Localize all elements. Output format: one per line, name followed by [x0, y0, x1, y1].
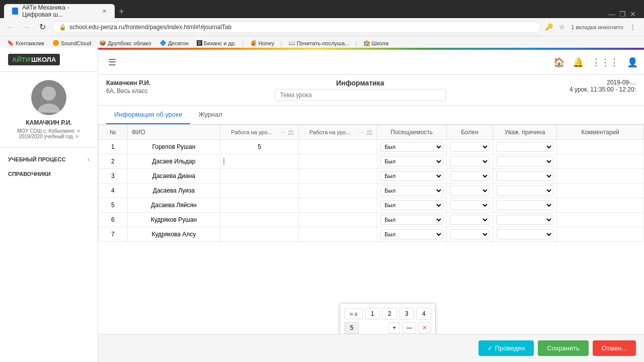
grade-add-button[interactable]: + — [388, 322, 400, 333]
cell-reason-3[interactable]: Да — [493, 184, 557, 198]
sick-select-3[interactable]: Да — [450, 186, 490, 196]
cell-sick-3[interactable]: Да — [446, 184, 493, 198]
grid-icon[interactable]: ⋮⋮⋮ — [592, 57, 619, 68]
grade1-input-5[interactable] — [223, 216, 295, 223]
cell-attend-2[interactable]: Был Не был Опоздал — [377, 169, 446, 184]
grade1-input-1[interactable] — [223, 158, 295, 165]
grade-1-button[interactable]: 1 — [365, 308, 380, 320]
new-tab-button[interactable]: + — [115, 5, 128, 18]
sidebar-section-reference[interactable]: СПРАВОЧНИКИ — [0, 167, 98, 181]
comment-input-3[interactable] — [560, 187, 640, 194]
cell-comment-4[interactable] — [556, 198, 643, 213]
cell-sick-6[interactable]: Да — [446, 227, 493, 242]
cell-sick-1[interactable]: Да — [446, 154, 493, 169]
grade2-input-2[interactable] — [302, 172, 374, 179]
cell-sick-5[interactable]: Да — [446, 213, 493, 227]
grade-3-button[interactable]: 3 — [399, 308, 414, 320]
active-tab[interactable]: АйТи Механика - Цифровая ш... ✕ — [4, 4, 115, 18]
grade1-input-0[interactable] — [223, 143, 295, 150]
reason-select-1[interactable]: Да — [496, 156, 553, 166]
cell-attend-6[interactable]: Был Не был Опоздал — [377, 227, 446, 242]
refresh-button[interactable]: ↻ — [36, 22, 48, 32]
hamburger-menu-button[interactable]: ☰ — [104, 53, 120, 72]
close-button[interactable]: ✕ — [630, 10, 636, 18]
attend-select-0[interactable]: Был Не был Опоздал — [380, 142, 443, 152]
grade2-input-4[interactable] — [302, 202, 374, 209]
bookmark-desigon[interactable]: 🔷 Десигон — [156, 39, 192, 47]
cell-grade1-1[interactable] — [220, 154, 299, 169]
attend-select-1[interactable]: Был Не был Опоздал — [380, 156, 443, 166]
cell-grade2-6[interactable] — [298, 227, 377, 242]
minimize-button[interactable]: — — [608, 10, 615, 18]
grade2-input-6[interactable] — [302, 231, 374, 238]
maximize-button[interactable]: ❐ — [619, 10, 626, 18]
tab-journal[interactable]: Журнал — [190, 106, 230, 124]
attend-select-6[interactable]: Был Не был Опоздал — [380, 229, 443, 239]
grade1-input-4[interactable] — [223, 202, 295, 209]
sick-select-2[interactable]: Да — [450, 171, 490, 181]
lesson-topic-input[interactable] — [275, 89, 446, 101]
save-button[interactable]: Сохранить — [538, 340, 589, 356]
comment-input-5[interactable] — [560, 216, 640, 223]
attend-select-3[interactable]: Был Не был Опоздал — [380, 186, 443, 196]
sidebar-section-studies[interactable]: УЧЕБНЫЙ ПРОЦЕСС ‹ — [0, 152, 98, 167]
grade-na-button[interactable]: н а — [344, 308, 363, 319]
col-work2-dots[interactable]: ··· — [359, 129, 364, 136]
cell-grade2-2[interactable] — [298, 169, 377, 184]
cell-grade1-5[interactable] — [220, 213, 299, 227]
bookmark-soundcloud[interactable]: 🟠 SoundCloud — [49, 39, 95, 47]
bookmark-school[interactable]: 🏫 Школа — [360, 39, 391, 47]
cell-grade2-3[interactable] — [298, 184, 377, 198]
cell-reason-2[interactable]: Да — [493, 169, 557, 184]
grade-2-button[interactable]: 2 — [382, 308, 397, 320]
remove-year-button[interactable]: ✕ — [75, 134, 79, 139]
reason-select-4[interactable]: Да — [496, 200, 553, 210]
bookmark-read[interactable]: 📖 Почитать-послуша... — [285, 39, 352, 47]
grade2-input-1[interactable] — [302, 158, 374, 165]
bookmark-kontaklik[interactable]: 🔖 Контакклик — [4, 39, 47, 47]
forward-button[interactable]: → — [20, 23, 32, 32]
comment-input-0[interactable] — [560, 143, 640, 150]
reason-select-5[interactable]: Да — [496, 215, 553, 225]
comment-input-2[interactable] — [560, 172, 640, 179]
attend-select-5[interactable]: Был Не был Опоздал — [380, 215, 443, 225]
conducted-button[interactable]: ✓ Проведен — [478, 340, 534, 356]
grade-clear-button[interactable]: ✕ — [418, 322, 431, 333]
cell-grade2-4[interactable] — [298, 198, 377, 213]
back-button[interactable]: ← — [4, 23, 16, 32]
cell-comment-0[interactable] — [556, 140, 643, 154]
address-bar[interactable]: 🔒 school.edu-penza.ru/frontend/pages/ind… — [52, 21, 541, 33]
cell-attend-4[interactable]: Был Не был Опоздал — [377, 198, 446, 213]
col-work1-dots[interactable]: ··· — [281, 129, 286, 136]
bookmark-behance[interactable]: 🅱 Биханс и др. — [194, 39, 239, 47]
grade2-input-3[interactable] — [302, 187, 374, 194]
cell-comment-6[interactable] — [556, 227, 643, 242]
cell-comment-1[interactable] — [556, 154, 643, 169]
comment-input-1[interactable] — [560, 158, 640, 165]
col-work2-icon[interactable]: ⚖ — [366, 128, 373, 136]
cell-grade2-5[interactable] — [298, 213, 377, 227]
cell-attend-3[interactable]: Был Не был Опоздал — [377, 184, 446, 198]
sick-select-1[interactable]: Да — [450, 156, 490, 166]
cell-sick-2[interactable]: Да — [446, 169, 493, 184]
bookmark-dropbox[interactable]: 📦 Друпбокс облако — [96, 39, 154, 47]
tab-lesson-info[interactable]: Информация об уроке — [106, 106, 190, 124]
reason-select-0[interactable]: Да — [496, 142, 553, 152]
cell-grade2-1[interactable] — [298, 154, 377, 169]
cell-sick-4[interactable]: Да — [446, 198, 493, 213]
user-icon[interactable]: 👤 — [627, 57, 638, 68]
cell-reason-0[interactable]: Да — [493, 140, 557, 154]
grade1-input-3[interactable] — [223, 187, 295, 194]
grade-subtract-button[interactable]: — — [402, 322, 416, 333]
attend-select-4[interactable]: Был Не был Опоздал — [380, 200, 443, 210]
cell-attend-0[interactable]: Был Не был Опоздал — [377, 140, 446, 154]
cell-grade1-4[interactable] — [220, 198, 299, 213]
cell-reason-6[interactable]: Да — [493, 227, 557, 242]
col-work1-icon[interactable]: ⚖ — [288, 128, 294, 136]
sick-select-4[interactable]: Да — [450, 200, 490, 210]
cell-comment-3[interactable] — [556, 184, 643, 198]
reason-select-3[interactable]: Да — [496, 186, 553, 196]
star-icon[interactable]: ☆ — [559, 23, 565, 31]
sick-select-0[interactable]: Да — [450, 142, 490, 152]
sick-select-6[interactable]: Да — [450, 229, 490, 239]
